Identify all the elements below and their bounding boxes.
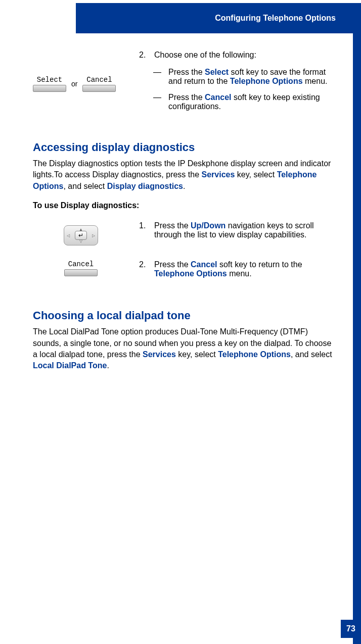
step-text: Press the Up/Down navigation keys to scr… (154, 221, 333, 239)
select-softkey: Select (33, 76, 66, 92)
cancel-highlight: Cancel (191, 260, 217, 269)
local-dialpad-tone-highlight: Local DialPad Tone (33, 361, 107, 370)
cancel-softkey: Cancel (82, 76, 116, 92)
left-arrow-icon: ◁ (67, 233, 70, 238)
header-title: Configuring Telephone Options (215, 14, 336, 23)
display-diagnostics-highlight: Display diagnostics (107, 182, 183, 190)
sub-item-cancel: — Press the Cancel soft key to keep exis… (139, 93, 333, 111)
cancel-key-illustration: Cancel (33, 260, 129, 286)
telephone-options-highlight: Telephone Options (230, 77, 303, 85)
side-bar (353, 30, 361, 644)
step-intro: Choose one of the following: (154, 51, 333, 60)
page-number: 73 (346, 624, 355, 633)
step-2: 2. Choose one of the following: (139, 51, 333, 60)
nav-pad-icon: ▲ ▽ ◁ ▷ ↵ (64, 225, 98, 245)
body-display-diagnostics: The Display diagnostics option tests the… (33, 158, 333, 192)
telephone-options-highlight: Telephone Options (154, 269, 227, 278)
cancel-softkey-2: Cancel (64, 260, 98, 286)
select-softkey-label: Select (37, 76, 62, 84)
body-dialpad-tone: The Local DialPad Tone option produces D… (33, 326, 333, 372)
softkey-group: Select or Cancel (33, 76, 129, 92)
step-row-navpad: ▲ ▽ ◁ ▷ ↵ 1. Press the Up/Down navigatio… (33, 221, 333, 247)
nav-pad-body: ▲ ▽ ◁ ▷ ↵ (64, 225, 98, 245)
or-text: or (71, 80, 77, 88)
sub-item-text: Press the Select soft key to save the fo… (168, 68, 333, 86)
step-1: 1. Press the Up/Down navigation keys to … (139, 221, 333, 239)
step-num: 2. (139, 260, 148, 278)
enter-key-icon: ↵ (75, 231, 87, 240)
cancel-softkey-button-icon (64, 269, 98, 276)
select-highlight: Select (205, 68, 229, 76)
content-area: Select or Cancel 2. Choose one of the fo… (33, 51, 333, 614)
sub-item-text: Press the Cancel soft key to keep existi… (168, 93, 333, 111)
subhead-use-display-diag: To use Display diagnostics: (33, 201, 333, 210)
cancel-softkey-label: Cancel (68, 260, 94, 268)
telephone-options-highlight: Telephone Options (218, 350, 291, 359)
updown-highlight: Up/Down (191, 221, 225, 230)
right-arrow-icon: ▷ (92, 233, 95, 238)
heading-dialpad-tone: Choosing a local dialpad tone (33, 309, 333, 322)
dash-icon: — (153, 93, 162, 111)
step-row-top: Select or Cancel 2. Choose one of the fo… (33, 51, 333, 118)
softkey-illustration: Select or Cancel (33, 51, 129, 118)
sub-item-select: — Press the Select soft key to save the … (139, 68, 333, 86)
step-num: 2. (139, 51, 148, 60)
navpad-illustration-col: ▲ ▽ ◁ ▷ ↵ (33, 221, 129, 247)
services-highlight: Services (201, 170, 235, 179)
step-row-cancel: Cancel 2. Press the Cancel soft key to r… (33, 260, 333, 286)
step-text: Press the Cancel soft key to return to t… (154, 260, 333, 278)
dash-icon: — (153, 68, 162, 86)
select-softkey-button-icon (33, 85, 66, 92)
step-num: 1. (139, 221, 148, 239)
header-bar: Configuring Telephone Options (76, 3, 361, 33)
services-highlight: Services (143, 350, 176, 359)
step-text-col: 2. Press the Cancel soft key to return t… (139, 260, 333, 286)
step-text-col: 2. Choose one of the following: — Press … (139, 51, 333, 118)
cancel-softkey-label: Cancel (86, 76, 112, 84)
step-2-diag: 2. Press the Cancel soft key to return t… (139, 260, 333, 278)
step-text-col: 1. Press the Up/Down navigation keys to … (139, 221, 333, 247)
cancel-highlight: Cancel (205, 93, 231, 102)
heading-display-diagnostics: Accessing display diagnostics (33, 141, 333, 154)
cancel-softkey-button-icon (82, 85, 116, 92)
page-number-box: 73 (341, 620, 361, 638)
